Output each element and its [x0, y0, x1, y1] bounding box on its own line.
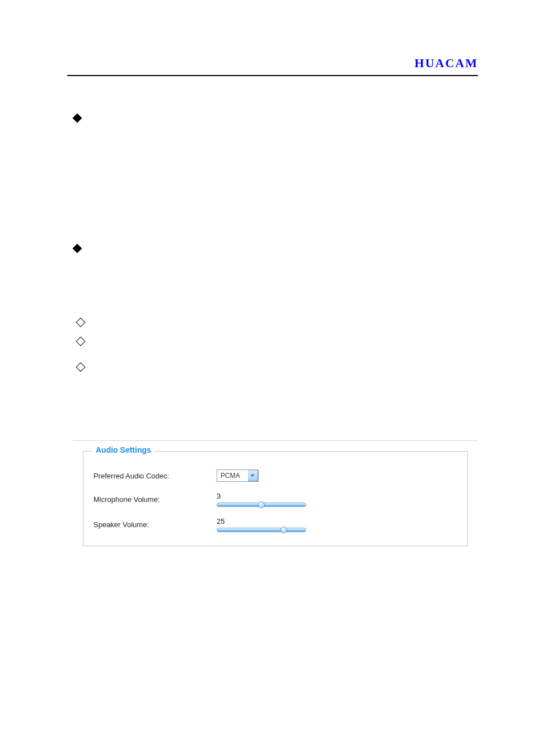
microphone-volume-control: 3 [217, 492, 306, 507]
bullet-item-1 [73, 112, 478, 121]
brand-logo-text: HUACAM [415, 56, 478, 73]
speaker-volume-control: 25 [217, 517, 306, 532]
brand-row: HUACAM [0, 56, 534, 73]
bullet-item-2 [73, 242, 478, 252]
chevron-down-icon [248, 470, 258, 481]
content-area: Audio Settings Preferred Audio Codec: PC… [0, 81, 534, 560]
audio-settings-legend: Audio Settings [92, 445, 154, 454]
speaker-volume-slider[interactable] [217, 528, 306, 532]
preferred-audio-codec-value: PCMA [221, 472, 240, 480]
sub-bullet-item-1 [75, 317, 478, 326]
diamond-outline-icon [76, 318, 86, 327]
speaker-volume-value: 25 [217, 517, 224, 525]
microphone-volume-row: Microphone Volume: 3 [93, 492, 457, 507]
sub-bullet-item-3 [75, 361, 478, 370]
sub-bullet-item-2 [75, 336, 478, 345]
document-page: HUACAM Audio Settings Preferred Audio Co… [0, 56, 534, 756]
microphone-volume-slider[interactable] [217, 503, 306, 507]
slider-thumb-icon [258, 501, 265, 508]
microphone-volume-label: Microphone Volume: [93, 495, 217, 504]
diamond-outline-icon [76, 337, 86, 346]
spacer [73, 121, 478, 239]
speaker-volume-row: Speaker Volume: 25 [93, 517, 457, 532]
microphone-volume-value: 3 [217, 492, 221, 500]
speaker-volume-label: Speaker Volume: [93, 520, 217, 529]
header-divider [67, 75, 478, 76]
slider-thumb-icon [280, 527, 287, 533]
spacer [73, 252, 478, 313]
preferred-audio-codec-label: Preferred Audio Codec: [93, 472, 217, 480]
preferred-audio-codec-select[interactable]: PCMA [217, 469, 259, 482]
audio-settings-outer-frame: Audio Settings Preferred Audio Codec: PC… [73, 440, 478, 560]
preferred-audio-codec-row: Preferred Audio Codec: PCMA [93, 469, 457, 482]
spacer [73, 370, 478, 424]
audio-settings-fieldset: Audio Settings Preferred Audio Codec: PC… [83, 451, 468, 546]
